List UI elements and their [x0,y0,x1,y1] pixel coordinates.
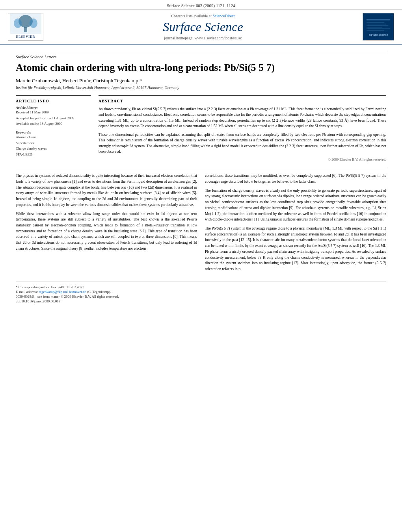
footnotes: * Corresponding author. Fax: +49 511 762… [16,282,386,303]
email-line: E-mail address: tegenkamp@fkp.uni-hannov… [16,290,386,294]
journal-homepage: journal homepage: www.elsevier.com/locat… [43,36,363,40]
article-info-title: ARTICLE INFO [16,99,91,103]
elsevier-text: ELSEVIER [16,35,35,39]
abstract-paragraph-1: As shown previously, Pb on vicinal Si(5 … [99,106,386,129]
sciencedirect-link[interactable]: ScienceDirect [212,14,234,18]
doi-line-1: 0039-6028/$ – see front matter © 2009 El… [16,295,386,298]
email-note: (C. Tegenkamp). [87,290,111,294]
body-text: The physics in systems of reduced dimens… [16,168,386,275]
svg-point-4 [30,19,37,28]
section-label: Surface Science Letters [16,51,386,59]
keyword-4: SPA-LEED [16,152,91,157]
svg-text:surface science: surface science [369,33,388,36]
journal-citation: Surface Science 603 (2009) 1121–1124 [0,0,402,10]
main-content: Surface Science Letters Atomic chain ord… [0,44,402,310]
surface-science-logo: surface science [363,13,394,41]
article-title: Atomic chain ordering with ultra-long pe… [16,61,386,74]
svg-point-3 [14,19,22,28]
body-left-para-1: The physics in systems of reduced dimens… [16,173,197,208]
sciencedirect-prefix: Contents lists available at [171,14,211,18]
svg-rect-2 [24,27,27,32]
body-right-para-3: The Pb/Si(5 5 7) system in the coverage … [205,226,386,272]
keywords-section: Keywords: Atomic chains Superlattices Ch… [16,130,91,157]
elsevier-logo: ELSEVIER [8,13,43,41]
journal-banner: ELSEVIER Contents lists available at Sci… [0,10,402,44]
history-label: Article history: [16,106,91,109]
body-left-column: The physics in systems of reduced dimens… [16,173,197,275]
accepted-date: Accepted for publication 11 August 2009 [16,115,91,121]
email-link[interactable]: tegenkamp@fkp.uni-hannover.de [39,290,87,294]
body-left-para-2: While these interactions with a substrat… [16,211,197,252]
keyword-3: Charge density waves [16,146,91,151]
keyword-1: Atomic chains [16,134,91,140]
available-date: Available online 18 August 2009 [16,121,91,126]
affiliation: Institut für Festkörperphysik, Leibniz U… [16,85,386,90]
article-history: Article history: Received 11 May 2009 Ac… [16,106,91,126]
abstract-text: As shown previously, Pb on vicinal Si(5 … [99,106,386,154]
article-info: ARTICLE INFO Article history: Received 1… [16,95,91,161]
journal-title-center: Contents lists available at ScienceDirec… [43,14,363,40]
doi-text: doi:10.1016/j.susc.2009.08.013 [16,299,60,303]
keyword-2: Superlattices [16,140,91,146]
ss-logo-box: surface science [363,13,394,41]
abstract-section: ABSTRACT As shown previously, Pb on vici… [99,95,386,161]
elsevier-logo-image [10,13,41,34]
doi-line-2: doi:10.1016/j.susc.2009.08.013 [16,299,386,303]
corresponding-author: * Corresponding author. Fax: +49 511 762… [16,285,386,289]
journal-name: Surface Science [43,20,363,34]
corresponding-text: * Corresponding author. Fax: +49 511 762… [16,285,85,289]
sciencedirect-line: Contents lists available at ScienceDirec… [43,14,363,18]
keywords-label: Keywords: [16,130,91,134]
body-right-para-2: The formation of charge density waves is… [205,188,386,222]
authors: Marcin Czubanowski, Herbert Pfnür, Chris… [16,78,386,84]
body-right-column: correlations, these transitions may be m… [205,173,386,275]
body-right-para-1: correlations, these transitions may be m… [205,173,386,184]
received-date: Received 11 May 2009 [16,109,91,115]
email-text: tegenkamp@fkp.uni-hannover.de [39,290,86,294]
email-label: E-mail address: [16,290,38,294]
abstract-paragraph-2: These one-dimensional periodicities can … [99,132,386,154]
citation-text: Surface Science 603 (2009) 1121–1124 [167,3,235,8]
abstract-title: ABSTRACT [99,99,386,103]
copyright: © 2009 Elsevier B.V. All rights reserved… [99,158,386,161]
article-info-abstract: ARTICLE INFO Article history: Received 1… [16,95,386,161]
sciencedirect-link-text: ScienceDirect [212,14,234,18]
page: Surface Science 603 (2009) 1121–1124 [0,0,402,532]
